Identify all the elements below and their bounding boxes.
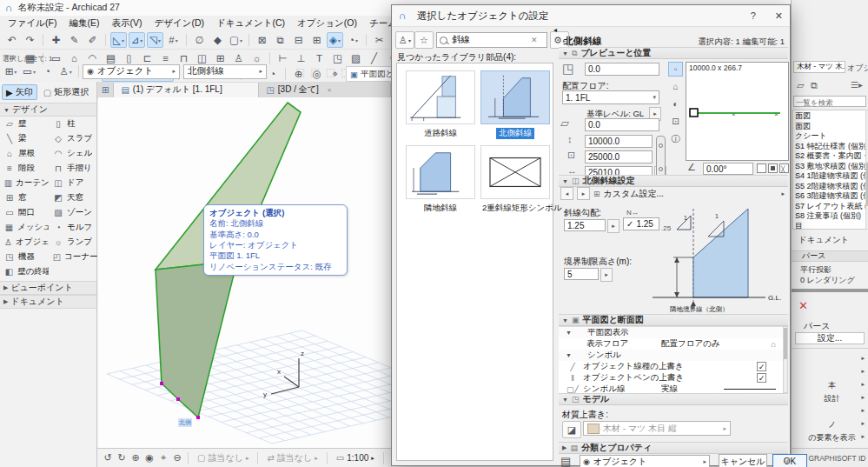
display-floor-row[interactable]: 表示フロア 配置フロアのみ ⌂ — [559, 338, 783, 350]
mirror-checkbox[interactable] — [757, 163, 766, 173]
split-icon[interactable]: ✂ — [371, 32, 388, 48]
plan-display-subheader[interactable]: ▼平面図表示 — [559, 327, 783, 338]
bottom-offset-field[interactable]: 0.0 — [585, 118, 659, 131]
library-search-box[interactable]: ✕ — [436, 32, 547, 48]
menu-view[interactable]: 表示(V) — [105, 17, 148, 30]
navigator-item[interactable]: S3 敷地求積図 (個別) — [793, 161, 865, 171]
section-model[interactable]: ▼◳ モデル — [559, 393, 788, 405]
navigator-item[interactable]: S2 概要書・案内図・外部仕.. — [793, 150, 865, 161]
section-classification[interactable]: ▶▤ 分類とプロパティ — [559, 442, 788, 454]
library-item[interactable]: 隣地斜線 — [405, 145, 476, 214]
symbol-subheader[interactable]: ▼シンボル — [559, 350, 783, 361]
tool-roof[interactable]: ⌂屋根 — [0, 146, 49, 161]
marquee-tool-button[interactable]: ▢ 矩形選択 — [39, 84, 93, 100]
boundary-height-flyout[interactable]: ▸ — [600, 268, 613, 282]
tool-zone[interactable]: ▨ゾーン — [49, 205, 97, 220]
slope-field[interactable]: 1.25 — [564, 219, 606, 231]
navigator-item[interactable]: S5 2階建物求積図 (個別) — [793, 181, 865, 191]
navigator-item[interactable]: クシート — [793, 130, 865, 141]
chain-link-icon[interactable] — [656, 136, 666, 179]
search-input[interactable] — [450, 34, 528, 46]
context-menu-item[interactable]: の要素を表示 — [792, 431, 868, 444]
tool-shell[interactable]: ◠シェル — [49, 146, 97, 161]
snap-guides-icon[interactable]: ◹▾ — [147, 32, 163, 48]
toolbox-section-design[interactable]: ▼ デザイン — [0, 103, 96, 117]
line-tool-icon[interactable]: ╱ — [366, 50, 382, 66]
dialog-help-button[interactable]: ? — [751, 10, 756, 22]
tool-morph[interactable]: ◔モルフ — [49, 220, 97, 235]
tool-railing[interactable]: ⊓手摺り — [49, 161, 97, 176]
section-preview-position[interactable]: ▼⧉ プレビューと位置 — [559, 47, 788, 59]
top-offset-field[interactable]: 0.0 — [585, 63, 659, 76]
fit-selector-2[interactable]: ⇄ 該当なし▸ — [262, 452, 322, 464]
slope-flyout[interactable]: ▸ — [607, 219, 620, 233]
floor-select[interactable]: 1. 1FL▾ — [562, 90, 659, 104]
context-menu-item[interactable]: 設計 — [792, 392, 868, 405]
menu-design[interactable]: デザイン(D) — [148, 17, 210, 30]
cancel-button[interactable]: キャンセル — [719, 454, 767, 467]
fit-in-window-icon[interactable]: ⌖ — [156, 451, 170, 464]
tool-equipment[interactable]: ◳機器 — [0, 250, 49, 264]
menu-icon[interactable]: ☰▸ — [851, 80, 863, 90]
navigator-search-input[interactable] — [794, 97, 864, 108]
order-icon[interactable]: ⊞ — [308, 32, 325, 48]
tool-door[interactable]: ◫ドア — [49, 176, 97, 190]
3d-viewport[interactable]: z x y オブジェクト (選択) 名前: 北側斜線 基準高さ: 0.0 レイヤ… — [98, 97, 391, 448]
context-menu-item[interactable]: 本 — [792, 379, 868, 392]
tool-skylight[interactable]: ◩天窓 — [49, 190, 97, 205]
pen-override-row[interactable]: ‖ オブジェクトペンの上書き ✓ — [559, 372, 783, 384]
object-default-icon[interactable]: ♙▾ — [57, 63, 74, 79]
tool-column[interactable]: ▯柱 — [49, 117, 97, 131]
tool-curtain-wall[interactable]: ▥カーテンウォ・ — [0, 176, 49, 190]
suspend-groups-icon[interactable]: ⊠ — [254, 32, 270, 48]
layer-combo[interactable]: ◉ オブジェクト ▸ — [580, 455, 710, 467]
tab-3d-view[interactable]: ◳ [3D / 全て] × — [259, 83, 391, 97]
preview-2d-icon[interactable]: ▫ — [668, 62, 683, 77]
pet-palette-icon[interactable]: ◈▾ — [327, 32, 343, 48]
dim1-field[interactable]: 10000.0 — [585, 135, 653, 148]
navigator-item[interactable]: S7 レイアウト表紙 (個別) — [793, 201, 865, 211]
flyout-icon[interactable]: ▸ — [781, 190, 785, 197]
navigator-search-box[interactable] — [793, 96, 866, 107]
clear-search-icon[interactable]: ✕ — [531, 36, 538, 44]
dialog-title-bar[interactable]: ∩ 選択したオブジェクトの設定 ? ✕ — [392, 5, 790, 27]
menu-edit[interactable]: 編集(E) — [63, 17, 105, 30]
material-quick-button[interactable]: 木材 - マツ 木...▸ — [793, 61, 845, 73]
pick-up-parameters-icon[interactable]: ✚ — [48, 32, 64, 48]
custom-settings-label[interactable]: カスタム設定... — [604, 188, 664, 200]
section-plan-section[interactable]: ▼▣ 平面図と断面図 — [559, 314, 788, 326]
copy-icon[interactable]: ⧉ — [811, 80, 818, 91]
tool-wall-end[interactable]: ◧壁の終端 — [0, 264, 49, 279]
explode-icon[interactable]: ⊟ — [290, 32, 307, 48]
object-subtype-icon[interactable]: ♙▾ — [395, 31, 414, 49]
dialog-close-button[interactable]: ✕ — [775, 10, 783, 22]
preview-info-icon[interactable]: ⓘ — [668, 131, 683, 146]
marquee-options-icon[interactable]: ▭▾ — [21, 63, 37, 79]
fill-tool-icon[interactable]: ▨ — [348, 50, 364, 66]
toolbox-section-document[interactable]: ▶ ドキュメント — [0, 295, 96, 309]
folder-icon[interactable]: ▱ — [797, 80, 804, 91]
marquee-mode-icon[interactable]: ▢▾ — [228, 32, 244, 48]
tool-corner-window[interactable]: ◰コーナー窓 — [49, 250, 97, 264]
angle-field[interactable]: 0.00° — [703, 163, 753, 175]
tool-stair[interactable]: ≡階段 — [0, 161, 49, 176]
favorite-selector-combo[interactable]: 北側斜線▸ — [183, 64, 267, 79]
settings-button[interactable]: 設定... — [795, 332, 865, 344]
preview-3d-icon[interactable]: ◐ — [668, 97, 683, 111]
navigator-item[interactable]: S6 3階建物求積図 (個別) — [793, 190, 865, 201]
rotate-options-icon[interactable]: ◔ — [39, 63, 56, 79]
level-dimension-icon[interactable]: ⊥ — [293, 50, 309, 66]
preview-front-icon[interactable]: ⌂ — [668, 79, 683, 94]
dialog-resize-grip[interactable]: ◢ — [784, 457, 789, 464]
nav-forward-button[interactable]: ▸ — [577, 187, 590, 200]
slant-plane-lower-face[interactable] — [156, 261, 237, 417]
zoom-forward-icon[interactable]: ↻ — [115, 451, 129, 464]
tab-close-icon[interactable]: × — [328, 86, 332, 94]
editing-plane-icon[interactable]: ⊿▾ — [129, 32, 145, 48]
onion-skin-icon[interactable]: ◔▾ — [345, 32, 361, 48]
menu-document[interactable]: ドキュメント(C) — [210, 17, 291, 30]
zoom-out-icon[interactable]: ⊖ — [170, 451, 184, 464]
paint-bucket-icon[interactable]: ◪ — [562, 421, 581, 438]
tool-wall[interactable]: ▱壁 — [0, 117, 49, 131]
linetype-override-row[interactable]: ╱ オブジェクト線種の上書き ✓ — [559, 361, 783, 372]
